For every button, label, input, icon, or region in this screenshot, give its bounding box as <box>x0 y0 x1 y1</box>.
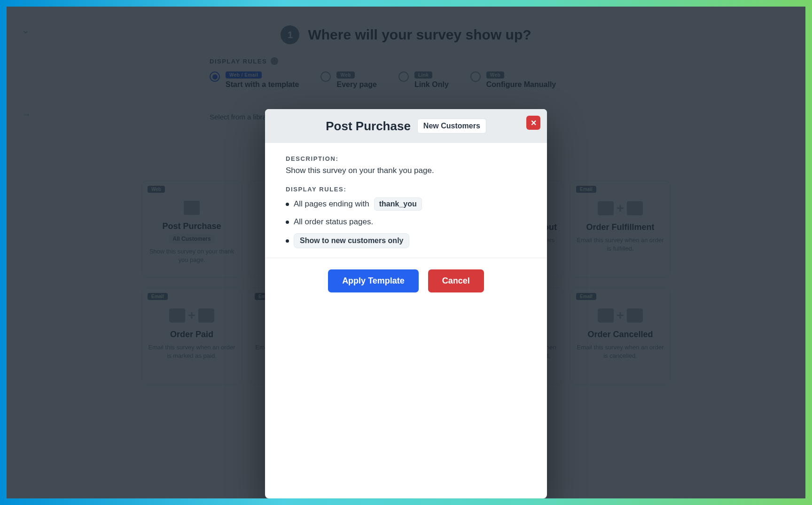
description-text: Show this survey on your thank you page. <box>286 166 526 175</box>
rule-item: All order status pages. <box>286 217 526 227</box>
modal-header: Post Purchase New Customers <box>265 109 547 143</box>
close-button[interactable]: ✕ <box>526 116 540 130</box>
rule-item: All pages ending with thank_you <box>286 197 526 211</box>
rule-text: All order status pages. <box>294 217 373 227</box>
modal-body: DESCRIPTION: Show this survey on your th… <box>265 143 547 258</box>
outer-gradient-frame: ⌄ → 1 Where will your survey show up? DI… <box>0 0 812 505</box>
apply-template-button[interactable]: Apply Template <box>328 269 419 292</box>
modal-footer: Apply Template Cancel <box>265 258 547 304</box>
modal-badge: New Customers <box>417 118 486 134</box>
rule-item: Show to new customers only <box>286 233 526 248</box>
template-details-modal: ✕ Post Purchase New Customers DESCRIPTIO… <box>265 109 547 498</box>
description-heading: DESCRIPTION: <box>286 155 526 162</box>
rule-prefix: All pages ending with <box>294 199 369 209</box>
rule-code-chip: thank_you <box>374 197 422 211</box>
rule-pill: Show to new customers only <box>294 233 409 248</box>
display-rules-heading: DISPLAY RULES: <box>286 186 526 193</box>
close-icon: ✕ <box>531 118 537 127</box>
modal-title: Post Purchase <box>326 119 411 134</box>
display-rules-list: All pages ending with thank_you All orde… <box>286 197 526 248</box>
cancel-button[interactable]: Cancel <box>428 269 484 292</box>
app-viewport: ⌄ → 1 Where will your survey show up? DI… <box>7 7 805 498</box>
